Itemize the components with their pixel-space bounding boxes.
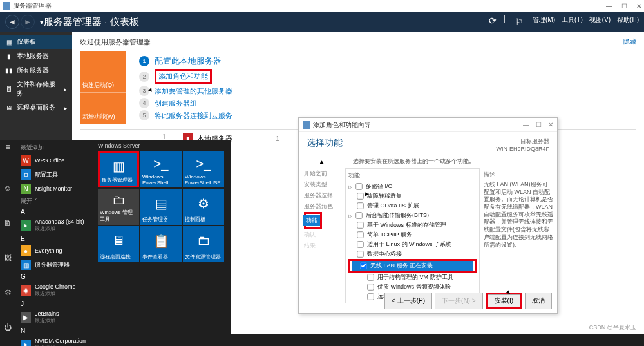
app-item[interactable]: ◉Google Chrome最近添加 <box>17 282 94 299</box>
app-item[interactable]: ▸NVIDIA Corporation最近添加 <box>17 336 94 346</box>
app-item[interactable]: NNsight Monitor <box>17 182 94 196</box>
expand-icon[interactable] <box>348 184 352 190</box>
tile[interactable]: >_Windows PowerShell ISE <box>183 151 224 187</box>
app-item[interactable]: ▶JetBrains最近添加 <box>17 309 94 326</box>
feature-item[interactable]: 用于结构管理的 VM 防护工具 <box>348 273 477 282</box>
feature-item[interactable]: 简单 TCP/IP 服务 <box>348 230 477 240</box>
dialog-minimize[interactable]: — <box>523 121 529 128</box>
start-app-list: 最近添加 WWPS Office⚙配置工具NNsight Monitor 展开 … <box>15 140 95 334</box>
alpha-header[interactable]: N <box>17 326 94 336</box>
sidebar-item-rds[interactable]: 🖥远程桌面服务▸ <box>0 101 72 115</box>
prev-button[interactable]: < 上一步(P) <box>384 293 432 309</box>
feature-item[interactable]: 优质 Windows 音频视频体验 <box>348 282 477 292</box>
alpha-header[interactable]: E <box>17 234 94 244</box>
feature-item[interactable]: 适用于 Linux 的 Windows 子系统 <box>348 240 477 249</box>
app-item[interactable]: ▸Anaconda3 (64-bit)最近添加 <box>17 216 94 234</box>
pictures-icon[interactable]: 🖼 <box>4 253 12 262</box>
feature-checkbox[interactable] <box>367 293 374 300</box>
app-item[interactable]: ⚙配置工具 <box>17 168 94 182</box>
expand-icon[interactable] <box>348 213 352 219</box>
step-server-group[interactable]: 4创建服务器组 <box>139 98 232 108</box>
feature-item[interactable]: 多路径 I/O <box>348 182 477 191</box>
notifications-icon[interactable] <box>513 15 526 28</box>
maximize-button[interactable]: ☐ <box>621 3 627 10</box>
feature-checkbox[interactable] <box>357 241 363 247</box>
feature-item[interactable]: 后台智能传输服务(BITS) <box>348 211 477 220</box>
user-icon[interactable]: ☺ <box>4 184 12 193</box>
close-button[interactable]: ✕ <box>636 3 641 10</box>
feature-checkbox[interactable] <box>357 231 363 238</box>
feature-checkbox[interactable] <box>355 212 362 218</box>
tile-icon: 📋 <box>142 228 180 253</box>
menu-manage[interactable]: 管理(M) <box>533 15 555 28</box>
menu-view[interactable]: 视图(V) <box>589 15 611 28</box>
window-titlebar: 服务器管理器 — ☐ ✕ <box>0 0 644 12</box>
feature-checkbox[interactable] <box>360 262 366 269</box>
tile[interactable]: >_Windows PowerShell <box>140 151 182 187</box>
dlg-nav-item[interactable]: 服务器角色 <box>304 201 340 212</box>
sidebar-item-dashboard[interactable]: ▦仪表板 <box>0 35 72 49</box>
tile[interactable]: ⚙控制面板 <box>183 189 224 225</box>
tile-grid: ▥服务器管理器>_Windows PowerShell>_Windows Pow… <box>98 151 228 262</box>
feature-checkbox[interactable] <box>357 222 363 228</box>
feature-item[interactable]: 数据中心桥接 <box>348 249 477 259</box>
refresh-icon[interactable] <box>489 15 497 28</box>
next-button[interactable]: 下一步(N) > <box>435 293 483 309</box>
whats-new-label[interactable]: 新增功能(W) <box>80 93 126 124</box>
feature-checkbox[interactable] <box>367 274 374 280</box>
start-menu-toggle-icon[interactable]: ≡ <box>5 142 10 151</box>
feature-checkbox[interactable] <box>357 251 363 257</box>
expand-label[interactable]: 展开 ˅ <box>17 196 94 207</box>
menu-tools[interactable]: 工具(T) <box>562 15 583 28</box>
tile[interactable]: ▥服务器管理器 <box>98 151 139 187</box>
tile-icon: ▤ <box>142 191 180 216</box>
app-item[interactable]: ●Everything <box>17 244 94 258</box>
dlg-nav-item[interactable]: 结果 <box>304 240 340 251</box>
tile[interactable]: ▤任务管理器 <box>140 189 182 225</box>
minimize-button[interactable]: — <box>606 3 612 10</box>
dialog-close[interactable]: ✕ <box>548 121 553 128</box>
sidebar-item-storage[interactable]: 🗄文件和存储服务▸ <box>0 77 72 101</box>
quick-start-label[interactable]: 快速启动(Q) <box>80 51 126 92</box>
settings-icon[interactable]: ⚙ <box>5 288 12 297</box>
feature-item[interactable]: 故障转移群集 <box>348 191 477 201</box>
forward-button[interactable]: ► <box>21 15 35 29</box>
alpha-header[interactable]: J <box>17 299 94 309</box>
cancel-button[interactable]: 取消 <box>525 293 552 309</box>
alpha-header[interactable]: G <box>17 272 94 282</box>
feature-checkbox[interactable] <box>357 202 363 209</box>
feature-item[interactable]: 管理 OData IIS 扩展 <box>348 201 477 211</box>
install-button[interactable]: 安装(I) <box>488 294 520 307</box>
dlg-nav-item[interactable]: 开始之前 <box>304 168 340 179</box>
add-roles-dialog: 添加角色和功能向导 —☐✕ 选择功能 目标服务器WIN-EH9RIDQ8R4F … <box>298 117 558 314</box>
tile[interactable]: 🖥远程桌面连接 <box>98 226 139 262</box>
step-other-servers[interactable]: 3添加要管理的其他服务器 <box>139 86 232 96</box>
step-add-roles[interactable]: 2添加角色和功能 <box>139 69 232 84</box>
dlg-nav-item[interactable]: 确认 <box>304 229 340 240</box>
alpha-header[interactable]: A <box>17 207 94 216</box>
sidebar-item-all[interactable]: ▮▮所有服务器 <box>0 63 72 77</box>
app-item[interactable]: ▥服务器管理器 <box>17 258 94 272</box>
feature-checkbox[interactable] <box>357 193 363 199</box>
app-item[interactable]: WWPS Office <box>17 153 94 168</box>
menu-help[interactable]: 帮助(H) <box>617 15 639 28</box>
back-button[interactable]: ◄ <box>5 15 19 29</box>
dlg-nav-item[interactable]: 安装类型 <box>304 179 340 190</box>
sidebar-item-local[interactable]: ▮本地服务器 <box>0 49 72 63</box>
tile[interactable]: 📋事件查看器 <box>140 226 182 262</box>
tile[interactable]: 🗀Windows 管理工具 <box>98 189 139 225</box>
step-cloud[interactable]: 5将此服务器连接到云服务 <box>139 110 232 120</box>
feature-item[interactable]: 基于 Windows 标准的存储管理 <box>348 220 477 230</box>
feature-checkbox[interactable] <box>367 284 374 290</box>
dlg-nav-item[interactable]: 功能 <box>303 215 320 226</box>
hide-link[interactable]: 隐藏 <box>623 37 636 46</box>
power-icon[interactable]: ⏻ <box>4 323 12 332</box>
dlg-nav-item[interactable]: 服务器选择 <box>304 190 340 201</box>
tile[interactable]: 🗀文件资源管理器 <box>183 226 224 262</box>
step-configure[interactable]: 1配置此本地服务器 <box>139 55 232 67</box>
feature-checkbox[interactable] <box>355 183 362 189</box>
taskbar[interactable] <box>0 334 644 346</box>
feature-item[interactable]: 无线 LAN 服务 正在安装 <box>352 261 473 271</box>
documents-icon[interactable]: 🗎 <box>4 218 12 227</box>
dialog-maximize[interactable]: ☐ <box>536 121 542 128</box>
